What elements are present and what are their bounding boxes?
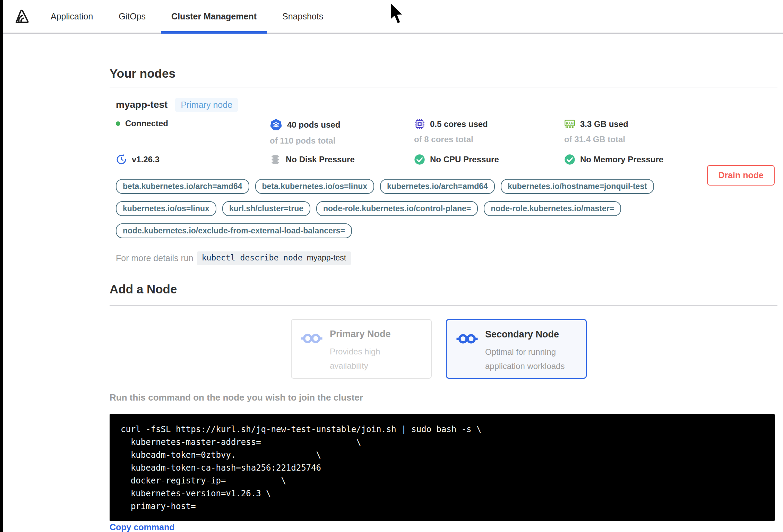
secondary-node-option-title: Secondary Node [485, 329, 570, 340]
kubectl-command-node: myapp-test [307, 253, 346, 263]
pods-total: of 110 pods total [270, 136, 414, 146]
secondary-node-option[interactable]: Secondary Node Optimal for running appli… [446, 319, 587, 379]
secondary-node-option-desc: Optimal for running application workload… [485, 345, 570, 373]
node-label-tag: beta.kubernetes.io/os=linux [255, 179, 375, 194]
node-label-tag: kubernetes.io/os=linux [116, 201, 216, 216]
node-join-icon [456, 333, 478, 345]
command-line: kubeadm-token-ca-hash=sha256:221d25746 [121, 462, 775, 474]
copy-command-link[interactable]: Copy command [110, 522, 175, 532]
disk-icon [270, 154, 281, 165]
memory-used: 3.3 GB used [580, 119, 628, 129]
tab-snapshots[interactable]: Snapshots [272, 0, 334, 33]
command-line: curl -fsSL https://kurl.sh/jq-new-test-u… [121, 423, 775, 436]
primary-node-option[interactable]: Primary Node Provides high availability [291, 319, 432, 379]
command-line: primary-host= [121, 500, 775, 513]
node-card: myapp-test Primary node Connected [116, 97, 777, 265]
join-command-block[interactable]: curl -fsSL https://kurl.sh/jq-new-test-u… [110, 414, 775, 521]
ram-icon: RAM [564, 119, 575, 130]
command-line: kubeadm-token=0ztbvy. \ [121, 449, 775, 462]
node-labels: beta.kubernetes.io/arch=amd64 beta.kuber… [116, 179, 777, 238]
cpu-icon [414, 119, 425, 130]
section-divider [110, 305, 777, 306]
details-hint-text: For more details run [116, 253, 193, 263]
node-version: v1.26.3 [132, 155, 160, 164]
app-logo[interactable] [3, 0, 40, 33]
replicated-logo-icon [12, 7, 31, 25]
tab-application[interactable]: Application [40, 0, 103, 33]
pods-used: 40 pods used [287, 120, 340, 130]
command-line: docker-registry-ip= \ [121, 474, 775, 487]
node-type-options: Primary Node Provides high availability … [291, 319, 587, 379]
join-command-instruction: Run this command on the node you wish to… [110, 392, 363, 403]
primary-node-option-title: Primary Node [330, 329, 415, 340]
node-label-tag: node-role.kubernetes.io/control-plane= [316, 201, 478, 216]
check-circle-icon [414, 154, 425, 165]
memory-total: of 31.4 GB total [564, 135, 777, 144]
primary-node-option-desc: Provides high availability [330, 344, 415, 373]
cpu-pressure-label: No CPU Pressure [430, 155, 499, 164]
command-line: kubernetes-version=v1.26.3 \ [121, 487, 775, 500]
cores-used: 0.5 cores used [430, 119, 488, 129]
memory-pressure-label: No Memory Pressure [580, 155, 663, 164]
top-navigation: Application GitOps Cluster Management Sn… [3, 0, 783, 34]
version-refresh-icon [116, 154, 127, 165]
node-label-tag: kubernetes.io/hostname=jonquil-test [501, 179, 654, 194]
primary-node-badge: Primary node [175, 98, 238, 112]
kubectl-command-pill: kubectl describe node myapp-test [197, 251, 351, 265]
kubernetes-icon [270, 119, 282, 131]
disk-pressure-label: No Disk Pressure [286, 155, 355, 164]
kubectl-command-text: kubectl describe node [202, 253, 303, 262]
tab-cluster-management[interactable]: Cluster Management [161, 0, 267, 33]
connected-status-dot [116, 121, 120, 126]
tab-gitops[interactable]: GitOps [108, 0, 156, 33]
node-status: Connected [125, 119, 168, 128]
cores-total: of 8 cores total [414, 135, 564, 144]
node-label-tag: kubernetes.io/arch=amd64 [380, 179, 495, 194]
add-node-heading: Add a Node [110, 282, 177, 296]
screen-edge-strip [0, 0, 3, 532]
section-divider [110, 87, 777, 87]
check-circle-icon [564, 154, 575, 165]
your-nodes-heading: Your nodes [110, 67, 175, 80]
node-label-tag: kurl.sh/cluster=true [222, 201, 310, 216]
svg-text:RAM: RAM [566, 121, 574, 125]
node-label-tag: beta.kubernetes.io/arch=amd64 [116, 179, 249, 194]
command-line: kubernetes-master-address= \ [121, 436, 775, 449]
node-label-tag: node-role.kubernetes.io/master= [484, 201, 621, 216]
node-name: myapp-test [116, 99, 167, 110]
nav-tabs: Application GitOps Cluster Management Sn… [40, 0, 338, 33]
drain-node-button[interactable]: Drain node [707, 165, 775, 186]
node-join-icon [301, 332, 323, 345]
node-label-tag: node.kubernetes.io/exclude-from-external… [116, 223, 352, 238]
